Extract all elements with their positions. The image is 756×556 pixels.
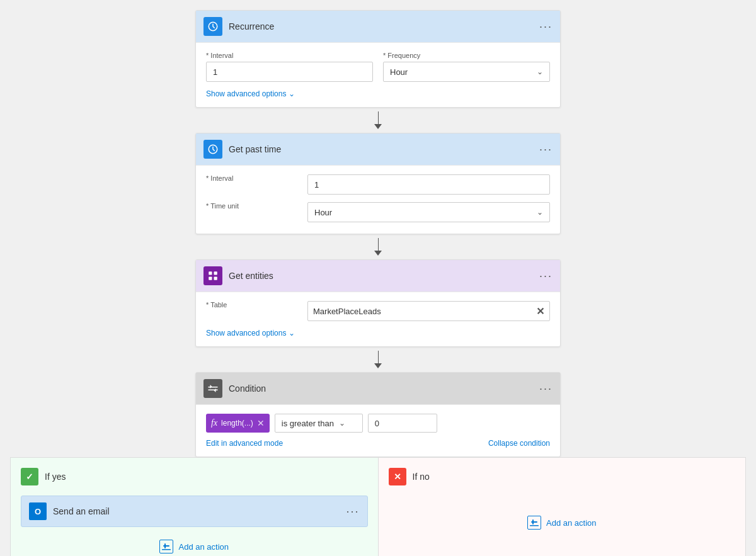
svg-rect-12 [162, 549, 171, 550]
recurrence-frequency-select[interactable]: Hour ⌄ [383, 62, 550, 82]
condition-title: Condition [229, 383, 539, 394]
svg-rect-15 [530, 525, 539, 526]
condition-operator-value: is greater than [282, 419, 334, 428]
getpasttime-header: Get past time ··· [196, 133, 560, 166]
getpasttime-timeunit-select[interactable]: Hour ⌄ [307, 202, 550, 222]
recurrence-interval-input[interactable] [206, 62, 373, 82]
send-email-card: O Send an email ··· [21, 496, 368, 527]
getpasttime-timeunit-label-group: * Time unit [206, 202, 297, 222]
getpasttime-timeunit-select-group: Hour ⌄ [307, 202, 550, 222]
svg-rect-6 [209, 387, 218, 388]
connector-arrow-1 [374, 124, 382, 129]
recurrence-icon [203, 17, 222, 36]
flow-container: Recurrence ··· * Interval * Frequency Ho… [10, 10, 746, 556]
getentities-table-label-group: * Table [206, 301, 297, 321]
connector-arrow-3 [374, 363, 382, 368]
if-no-branch: ✕ If no Add an action [379, 458, 746, 556]
svg-rect-5 [214, 277, 217, 280]
getpasttime-interval-input-group [307, 174, 550, 195]
chevron-down-icon-4: ⌄ [339, 419, 345, 428]
condition-row: fx length(...) ✕ is greater than ⌄ [206, 414, 550, 433]
getentities-card: Get entities ··· * Table MarketPlaceLead… [195, 259, 561, 347]
chevron-down-icon-2: ⌄ [537, 208, 543, 217]
getpasttime-card: Get past time ··· * Interval * Time unit [195, 133, 561, 234]
if-no-icon: ✕ [389, 468, 406, 485]
fx-icon: fx [211, 418, 217, 428]
if-yes-header: ✓ If yes [21, 468, 368, 485]
getentities-header: Get entities ··· [196, 260, 560, 292]
svg-rect-7 [209, 390, 218, 391]
edit-advanced-mode-link[interactable]: Edit in advanced mode [206, 439, 283, 448]
getentities-title: Get entities [229, 271, 539, 281]
getentities-table-label: * Table [206, 301, 297, 309]
if-no-header: ✕ If no [389, 468, 736, 485]
condition-tag-label: length(...) [221, 419, 253, 428]
getpasttime-title: Get past time [229, 144, 539, 154]
getpasttime-icon [203, 140, 222, 159]
add-action-icon-no [527, 516, 541, 530]
condition-header: Condition ··· [196, 373, 560, 405]
connector-2 [374, 234, 382, 259]
svg-marker-8 [210, 385, 212, 389]
recurrence-interval-group: * Interval [206, 52, 373, 82]
svg-rect-4 [209, 277, 212, 280]
getpasttime-menu[interactable]: ··· [539, 143, 553, 156]
if-yes-add-action-btn[interactable]: Add an action [21, 535, 368, 556]
recurrence-frequency-label: * Frequency [383, 52, 550, 59]
getentities-table-row: * Table MarketPlaceLeads ✕ [206, 301, 550, 321]
connector-arrow-2 [374, 251, 382, 256]
recurrence-show-advanced[interactable]: Show advanced options ⌄ [206, 89, 550, 98]
svg-rect-10 [163, 545, 169, 547]
getpasttime-interval-row: * Interval [206, 174, 550, 195]
recurrence-body: * Interval * Frequency Hour ⌄ Show advan… [196, 43, 560, 107]
svg-rect-11 [164, 543, 166, 548]
if-yes-label: If yes [45, 472, 66, 482]
getpasttime-timeunit-value: Hour [314, 208, 537, 217]
recurrence-frequency-value: Hour [390, 67, 537, 77]
condition-body: fx length(...) ✕ is greater than ⌄ Edit … [196, 405, 560, 457]
connector-line-1 [378, 111, 379, 124]
condition-menu[interactable]: ··· [539, 382, 553, 395]
connector-line-2 [378, 238, 379, 251]
condition-value-input[interactable] [368, 414, 437, 433]
connector-1 [374, 108, 382, 133]
svg-rect-2 [209, 271, 212, 275]
svg-marker-9 [214, 389, 216, 392]
top-flow: Recurrence ··· * Interval * Frequency Ho… [195, 10, 561, 457]
getpasttime-timeunit-label: * Time unit [206, 202, 297, 210]
condition-tag: fx length(...) ✕ [206, 414, 270, 433]
if-no-add-action-btn[interactable]: Add an action [389, 511, 736, 535]
condition-tag-close[interactable]: ✕ [257, 418, 265, 428]
send-email-title: Send an email [53, 506, 346, 516]
getentities-icon [203, 266, 222, 285]
add-action-icon-yes [159, 540, 173, 553]
condition-operator-select[interactable]: is greater than ⌄ [275, 414, 363, 433]
getentities-menu[interactable]: ··· [539, 269, 553, 283]
recurrence-menu[interactable]: ··· [539, 20, 553, 33]
svg-rect-14 [532, 519, 534, 525]
if-yes-icon: ✓ [21, 468, 38, 485]
collapse-condition-link[interactable]: Collapse condition [488, 439, 550, 448]
getentities-table-value: MarketPlaceLeads [313, 307, 381, 316]
outlook-icon: O [29, 502, 47, 520]
getentities-table-clear[interactable]: ✕ [536, 305, 544, 317]
chevron-down-icon: ⌄ [537, 67, 543, 76]
if-yes-branch: ✓ If yes O Send an email ··· [11, 458, 379, 556]
getentities-table-input-wrapper: MarketPlaceLeads ✕ [307, 301, 550, 321]
send-email-header: O Send an email ··· [21, 496, 367, 526]
connector-3 [374, 347, 382, 372]
recurrence-header: Recurrence ··· [196, 11, 560, 43]
condition-icon [203, 379, 222, 398]
if-no-add-action-label: Add an action [546, 518, 597, 528]
svg-rect-13 [531, 521, 537, 523]
if-yes-add-action-label: Add an action [178, 542, 229, 552]
getentities-show-advanced[interactable]: Show advanced options ⌄ [206, 329, 550, 338]
recurrence-form-row: * Interval * Frequency Hour ⌄ [206, 52, 550, 82]
branch-container: ✓ If yes O Send an email ··· [10, 457, 746, 556]
condition-links: Edit in advanced mode Collapse condition [206, 439, 550, 448]
getpasttime-timeunit-row: * Time unit Hour ⌄ [206, 202, 550, 222]
send-email-menu[interactable]: ··· [346, 505, 359, 518]
getpasttime-body: * Interval * Time unit Hour ⌄ [196, 166, 560, 234]
getpasttime-interval-input[interactable] [307, 174, 550, 195]
recurrence-frequency-group: * Frequency Hour ⌄ [383, 52, 550, 82]
